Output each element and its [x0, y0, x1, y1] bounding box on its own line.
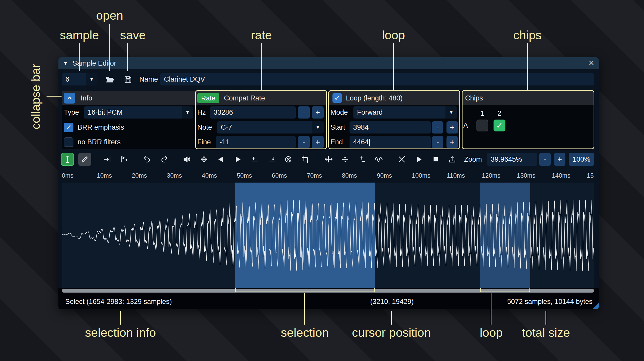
annotation-line-loop-bottom: [491, 293, 491, 325]
annotation-collapse-bar: collapse bar: [28, 64, 43, 129]
chips-highlight-box: [462, 90, 594, 149]
tool-normalize-button[interactable]: [198, 153, 210, 166]
chevron-down-icon[interactable]: ▼: [182, 106, 193, 119]
tool-filter-button[interactable]: [372, 153, 385, 166]
loop-bracket: [480, 288, 530, 292]
rate-highlight-box: [195, 90, 327, 149]
annotation-selection-info: selection info: [85, 325, 156, 340]
annotation-loop-bottom: loop: [480, 325, 503, 340]
tool-reverse-button[interactable]: [322, 153, 335, 166]
triangle-left-icon: [217, 155, 225, 163]
window-collapse-icon[interactable]: ▼: [63, 57, 68, 69]
annotation-selection: selection: [281, 325, 329, 340]
annotation-line-chips: [527, 43, 528, 90]
apply-silence-icon: [268, 155, 276, 163]
tool-undo-button[interactable]: [141, 153, 154, 166]
name-input-value: Clarinet DQV: [164, 75, 205, 83]
zoom-reset-button[interactable]: 100%: [569, 153, 594, 166]
tool-create-wavetable-button[interactable]: [446, 153, 459, 166]
tool-insert-silence-button[interactable]: [248, 153, 261, 166]
total-size-text: 5072 samples, 10144 bytes: [507, 294, 593, 309]
tool-fade-out-button[interactable]: [231, 153, 244, 166]
zoom-in-button[interactable]: +: [554, 153, 565, 166]
selection-region[interactable]: [235, 183, 375, 288]
selection-info-text: Select (1654-2983: 1329 samples): [65, 294, 172, 309]
invert-icon: [341, 155, 349, 163]
name-input[interactable]: Clarinet DQV: [160, 73, 594, 85]
tool-apply-silence-button[interactable]: [265, 153, 278, 166]
brr-emphasis-label: BRR emphasis: [78, 121, 124, 134]
timeline-label: 40ms: [202, 170, 237, 181]
tool-sign-invert-button[interactable]: [355, 153, 368, 166]
annotation-line-cursor-position: [391, 311, 392, 325]
waveform-area[interactable]: [62, 183, 594, 288]
tool-amplify-button[interactable]: [181, 153, 194, 166]
annotation-loop-top: loop: [382, 28, 405, 42]
tool-stop-button[interactable]: [429, 153, 442, 166]
timeline-label: 100ms: [412, 170, 447, 181]
tool-invert-button[interactable]: [339, 153, 352, 166]
timeline-ruler[interactable]: 0ms10ms20ms30ms40ms50ms60ms70ms80ms90ms1…: [62, 170, 594, 181]
no-brr-filters-label: no BRR filters: [78, 136, 121, 148]
tool-resize-button[interactable]: [101, 153, 114, 166]
annotation-line-loop-top: [393, 43, 394, 90]
timeline-label: 10ms: [97, 170, 132, 181]
sample-select[interactable]: 6 ▼: [62, 73, 97, 85]
annotation-line-save: [127, 43, 128, 71]
waveform-canvas[interactable]: [62, 183, 594, 288]
tool-fade-in-button[interactable]: [215, 153, 228, 166]
timeline-label: 110ms: [447, 170, 482, 181]
brr-emphasis-checkbox[interactable]: ✓: [64, 123, 73, 132]
timeline-label: 50ms: [237, 170, 272, 181]
collapse-bar-button[interactable]: [64, 93, 75, 104]
type-label: Type: [64, 106, 79, 119]
upload-icon: [448, 155, 456, 163]
zoom-input-value: 39.9645%: [491, 155, 522, 163]
annotation-total-size: total size: [522, 325, 570, 340]
timeline-label: 0ms: [62, 170, 97, 181]
zoom-input[interactable]: 39.9645%: [487, 153, 537, 166]
close-icon[interactable]: ×: [589, 57, 594, 69]
timeline-label: 70ms: [307, 170, 342, 181]
delete-circle-icon: [284, 155, 292, 163]
resize-grip[interactable]: [592, 303, 599, 309]
timeline-label: 60ms: [272, 170, 307, 181]
save-sample-button[interactable]: [122, 73, 134, 85]
tool-trim-button[interactable]: [299, 153, 312, 166]
annotation-line-total-size: [545, 311, 546, 325]
tool-preview-button[interactable]: [412, 153, 425, 166]
zoom-label: Zoom: [464, 153, 482, 166]
chevron-up-icon: [66, 95, 73, 101]
name-label: Name: [139, 73, 158, 85]
timeline-label: 80ms: [342, 170, 377, 181]
type-dropdown[interactable]: 16-bit PCM ▼: [84, 106, 193, 119]
tool-resample-button[interactable]: [118, 153, 131, 166]
titlebar[interactable]: ▼ Sample Editor ×: [58, 57, 599, 69]
undo-icon: [143, 155, 151, 163]
resample-icon: [120, 155, 128, 163]
open-sample-button[interactable]: [104, 73, 116, 85]
tool-redo-button[interactable]: [158, 153, 171, 166]
annotation-line-open: [109, 24, 110, 71]
insert-silence-icon: [251, 155, 259, 163]
timeline-label: 30ms: [167, 170, 202, 181]
triangle-right-icon: [234, 155, 242, 163]
info-header-label: Info: [81, 91, 92, 105]
crop-icon: [301, 155, 310, 163]
zoom-out-button[interactable]: -: [539, 153, 551, 166]
type-dropdown-value: 16-bit PCM: [88, 108, 123, 116]
timeline-label: 90ms: [377, 170, 412, 181]
page-background: ▼ Sample Editor × 6 ▼ Name Clarinet DQV: [0, 0, 644, 361]
tool-delete-button[interactable]: [282, 153, 295, 166]
sine-wave-icon: [375, 155, 383, 163]
loop-region[interactable]: [480, 183, 530, 288]
tool-select-button[interactable]: [61, 153, 74, 166]
tool-crossfade-button[interactable]: [395, 153, 408, 166]
annotation-rate: rate: [251, 28, 272, 42]
annotation-open: open: [96, 8, 123, 22]
tool-draw-button[interactable]: [78, 153, 91, 166]
no-brr-filters-checkbox[interactable]: [64, 137, 73, 147]
chevron-down-icon[interactable]: ▼: [86, 73, 97, 85]
redo-icon: [160, 155, 168, 163]
timeline-label: 120ms: [482, 170, 517, 181]
